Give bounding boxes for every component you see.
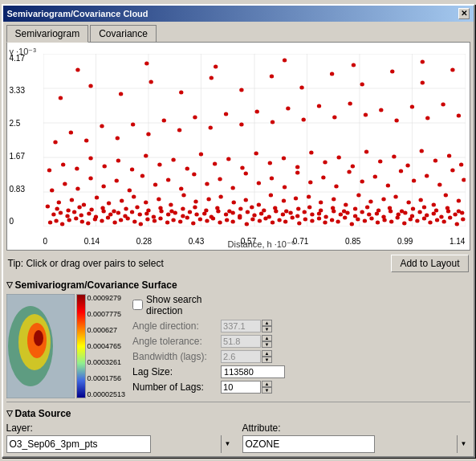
svg-point-166 [406, 200, 410, 204]
svg-point-202 [450, 168, 454, 172]
angle-direction-spinner: ▲ ▼ [221, 320, 272, 332]
tab-covariance[interactable]: Covariance [90, 25, 157, 43]
svg-point-55 [310, 218, 314, 222]
svg-point-131 [425, 213, 429, 217]
svg-point-125 [381, 214, 385, 218]
angle-tolerance-input[interactable] [221, 335, 261, 348]
svg-point-191 [308, 180, 312, 184]
svg-point-37 [191, 221, 195, 225]
bandwidth-up[interactable]: ▲ [262, 350, 272, 357]
svg-point-38 [197, 217, 201, 221]
svg-point-123 [367, 212, 371, 216]
svg-point-21 [86, 221, 90, 225]
svg-point-130 [417, 210, 421, 214]
svg-point-209 [116, 158, 120, 162]
svg-point-97 [181, 214, 185, 218]
svg-point-300 [262, 208, 266, 212]
svg-point-306 [331, 206, 335, 210]
angle-direction-down[interactable]: ▼ [262, 326, 272, 332]
tab-semivariogram[interactable]: Semivariogram [6, 25, 89, 43]
main-window: Semivariogram/Covariance Cloud ✕ Semivar… [2, 4, 475, 458]
bandwidth-input[interactable] [221, 350, 261, 363]
num-lags-down[interactable]: ▼ [262, 387, 272, 394]
attribute-dropdown-arrow: ▼ [457, 435, 470, 453]
svg-point-140 [81, 202, 85, 206]
svg-point-148 [181, 193, 185, 197]
svg-point-281 [420, 59, 424, 63]
svg-point-222 [295, 165, 299, 169]
svg-point-257 [394, 118, 398, 122]
svg-point-171 [50, 188, 54, 192]
num-lags-up[interactable]: ▲ [262, 381, 272, 387]
svg-point-109 [266, 214, 271, 218]
svg-point-41 [218, 220, 222, 224]
svg-point-243 [177, 128, 181, 132]
bandwidth-down[interactable]: ▼ [262, 357, 272, 363]
svg-point-61 [349, 222, 353, 226]
svg-point-223 [309, 150, 313, 154]
svg-point-270 [299, 85, 303, 89]
layer-field: Layer: O3_Sep06_3pm_pts ▼ [6, 422, 234, 453]
num-lags-input[interactable] [221, 381, 261, 394]
svg-point-82 [71, 210, 75, 214]
svg-point-316 [445, 206, 449, 210]
svg-point-26 [118, 218, 122, 222]
add-to-layout-button[interactable]: Add to Layout [391, 255, 468, 272]
angle-direction-up[interactable]: ▲ [262, 320, 272, 326]
svg-point-101 [209, 214, 213, 218]
layer-dropdown[interactable]: O3_Sep06_3pm_pts [6, 435, 151, 453]
lag-size-input[interactable] [221, 365, 285, 378]
angle-direction-input[interactable] [221, 320, 261, 332]
attribute-dropdown[interactable]: OZONE [242, 435, 375, 453]
svg-point-239 [115, 136, 119, 140]
svg-point-322 [34, 330, 43, 346]
scatter-chart[interactable]: // dots generated inline for scatter [43, 54, 466, 226]
svg-point-220 [267, 161, 271, 165]
svg-point-197 [385, 183, 389, 187]
show-search-direction-checkbox[interactable] [132, 300, 143, 310]
svg-point-304 [307, 205, 311, 209]
svg-point-274 [420, 80, 424, 84]
svg-point-244 [193, 115, 197, 119]
svg-point-146 [157, 197, 161, 201]
show-search-direction-row: Show search direction [132, 294, 470, 316]
svg-point-89 [123, 214, 127, 218]
svg-point-201 [437, 182, 441, 186]
svg-point-237 [83, 138, 87, 142]
svg-point-23 [100, 218, 104, 222]
svg-point-188 [269, 176, 273, 180]
svg-point-278 [214, 64, 218, 68]
svg-point-29 [138, 222, 142, 226]
svg-point-17 [59, 222, 63, 226]
surface-collapse-arrow[interactable]: ▽ [6, 280, 13, 289]
svg-point-279 [282, 58, 286, 62]
angle-tolerance-down[interactable]: ▼ [262, 341, 272, 348]
close-button[interactable]: ✕ [458, 8, 470, 19]
svg-point-248 [254, 109, 258, 113]
angle-tolerance-up[interactable]: ▲ [262, 335, 272, 341]
svg-point-51 [283, 219, 287, 223]
surface-section-header: ▽ Semivariogram/Covariance Surface [6, 279, 470, 291]
svg-point-254 [348, 101, 352, 105]
svg-point-219 [254, 151, 258, 155]
svg-point-229 [392, 154, 396, 158]
svg-point-277 [144, 61, 148, 65]
svg-point-122 [360, 210, 364, 214]
svg-point-74 [434, 218, 438, 222]
data-source-label: Data Source [15, 408, 71, 419]
svg-point-206 [75, 166, 79, 170]
svg-point-176 [114, 178, 118, 182]
svg-point-276 [75, 67, 79, 71]
svg-point-189 [282, 185, 286, 189]
show-search-direction-label: Show search direction [146, 294, 234, 316]
data-source-collapse-arrow[interactable]: ▽ [6, 409, 13, 418]
svg-point-204 [47, 168, 51, 172]
window-title: Semivariogram/Covariance Cloud [7, 9, 148, 18]
svg-point-69 [402, 221, 406, 225]
svg-point-203 [462, 177, 466, 182]
surface-section-label: Semivariogram/Covariance Surface [15, 279, 177, 291]
angle-tolerance-row: Angle tolerance: ▲ ▼ [132, 335, 470, 348]
angle-tolerance-spinner: ▲ ▼ [221, 335, 272, 348]
svg-point-119 [338, 212, 342, 216]
svg-point-298 [238, 206, 242, 210]
